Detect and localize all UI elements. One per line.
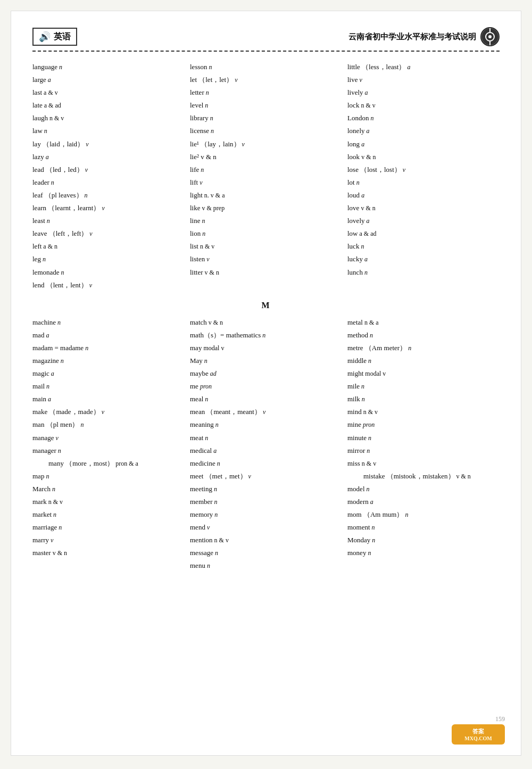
list-item: lockn & v xyxy=(347,100,500,111)
word-text: long xyxy=(347,138,360,150)
word-pos: v xyxy=(248,471,251,482)
word-extra: n & v xyxy=(362,458,376,469)
word-pos: n xyxy=(364,267,368,278)
list-item: moderna xyxy=(347,496,500,508)
word-pos: n xyxy=(52,484,55,494)
word-pos: a xyxy=(364,254,368,264)
word-text: love xyxy=(347,202,359,214)
list-item: math（s）= mathematicsn xyxy=(190,329,342,341)
word-pos: n xyxy=(43,254,46,264)
list-item: magica xyxy=(32,368,185,379)
word-text: lead （led，led） xyxy=(32,164,84,176)
list-item: libraryn xyxy=(190,112,342,124)
list-item: lemonaden xyxy=(32,267,185,278)
word-pos: n xyxy=(262,330,265,341)
word-text: make （made，made） xyxy=(32,406,100,418)
list-item: lettern xyxy=(190,87,342,98)
m-section: machinenmadamadam = madamenmagazinenmagi… xyxy=(32,317,500,572)
word-text: laugh xyxy=(32,112,48,124)
list-item: mistake （mistook，mistaken）v & n xyxy=(347,470,500,482)
word-pos: n xyxy=(53,509,56,520)
list-item: laughn & v xyxy=(32,112,185,124)
list-item: medicala xyxy=(190,445,342,457)
list-item: lie² v & n xyxy=(190,151,342,163)
word-text: lie¹ （lay，lain） xyxy=(190,138,240,150)
word-text: like xyxy=(190,202,201,214)
word-pos: v xyxy=(89,228,92,239)
word-text: madam = madame xyxy=(32,342,84,354)
word-text: least xyxy=(32,215,45,227)
header-right: 云南省初中学业水平标准与考试说明 xyxy=(348,27,500,46)
speaker-icon: 🔊 xyxy=(39,31,51,43)
word-pos: n xyxy=(202,216,205,226)
word-pos: n xyxy=(210,113,213,123)
word-text: leg xyxy=(32,253,41,265)
list-item: middlen xyxy=(347,355,500,367)
word-text: list xyxy=(190,241,198,252)
word-extra: n & v xyxy=(214,535,229,545)
word-text: mean （meant，meant） xyxy=(190,406,261,418)
word-pos: n xyxy=(59,62,62,72)
word-text: math（s）= mathematics xyxy=(190,329,261,341)
word-pos: n xyxy=(58,445,61,456)
list-item: livelya xyxy=(347,87,500,98)
word-text: low xyxy=(347,228,358,239)
word-text: look xyxy=(347,151,360,163)
list-item: mealn xyxy=(190,393,342,405)
word-extra: a & n xyxy=(43,241,57,252)
list-item: man （pl men）n xyxy=(32,419,185,431)
word-pos: n xyxy=(209,62,212,72)
word-column: machinenmadamadam = madamenmagazinenmagi… xyxy=(32,317,185,572)
word-text: minute xyxy=(347,432,367,444)
word-text: meet （met，met） xyxy=(190,470,247,482)
word-pos: n xyxy=(44,126,47,136)
word-text: let （let，let） xyxy=(190,74,233,86)
word-pos: v xyxy=(102,203,104,213)
word-pos: a xyxy=(407,62,410,72)
word-pos: n xyxy=(215,548,218,558)
word-column: matchv & nmath（s）= mathematicsnmaymodal … xyxy=(190,317,342,572)
word-column: languagenlargealasta & vlatea & adlaughn… xyxy=(32,61,185,291)
word-text: lion xyxy=(190,228,201,239)
list-item: licensen xyxy=(190,125,342,137)
word-pos: v xyxy=(360,75,362,85)
word-text: litter xyxy=(190,267,203,278)
list-item: Londonn xyxy=(347,112,500,124)
word-text: library xyxy=(190,112,209,124)
list-item: markn & v xyxy=(32,496,185,508)
list-item: minepron xyxy=(347,419,500,431)
word-text: learn （learnt，learnt） xyxy=(32,202,100,214)
header-title: 云南省初中学业水平标准与考试说明 xyxy=(348,32,476,42)
list-item: lose （lost，lost）v xyxy=(347,164,500,176)
word-text: lie² v & n xyxy=(190,151,217,163)
word-pos: pron xyxy=(200,381,212,392)
word-text: mend xyxy=(190,522,205,533)
word-text: little （less，least） xyxy=(347,61,405,73)
word-pos: n xyxy=(370,113,373,123)
word-extra: pron & a xyxy=(115,458,138,469)
list-item: Mayn xyxy=(190,355,342,367)
word-pos: a xyxy=(361,139,364,150)
word-pos: n xyxy=(51,177,54,188)
word-extra: v & n xyxy=(209,317,223,328)
word-pos: n xyxy=(367,484,370,494)
list-item: meet （met，met）v xyxy=(190,470,342,482)
word-text: lovely xyxy=(347,215,365,227)
word-text: might xyxy=(347,368,363,379)
list-item: linen xyxy=(190,215,342,227)
list-item: magazinen xyxy=(32,355,185,367)
word-pos: n xyxy=(356,177,360,188)
word-text: miss xyxy=(347,458,360,469)
word-pos: a xyxy=(51,368,54,379)
word-text: metre （Am meter） xyxy=(347,342,406,354)
word-pos: n xyxy=(368,548,371,558)
word-pos: v xyxy=(235,75,237,85)
word-column: metaln & amethodnmetre （Am meter）nmiddle… xyxy=(347,317,500,572)
watermark-line2: MXQ.COM xyxy=(458,735,498,741)
list-item: moneyn xyxy=(347,547,500,559)
list-item: mendv xyxy=(190,522,342,533)
word-pos: v xyxy=(85,164,88,175)
list-item: louda xyxy=(347,189,500,201)
list-item: leadern xyxy=(32,177,185,188)
list-item: lotn xyxy=(347,177,500,188)
